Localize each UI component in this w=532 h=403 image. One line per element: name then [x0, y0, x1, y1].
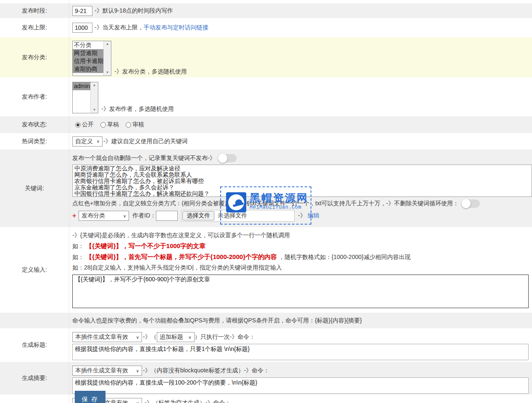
row-define-input: 定义输入: -》{关键词}是必须的，生成内容字数也在这里定义，可以设置多个一行一… — [0, 227, 532, 313]
edit-link[interactable]: 编辑 — [308, 212, 319, 220]
publish-category-desc: -》发布分类，多选随机使用 — [114, 67, 187, 76]
chevron-down-icon: ∨ — [136, 401, 139, 403]
scroll-down-icon[interactable]: ▼ — [93, 107, 96, 113]
auto-delete-toggle-label: 发布一个就会自动删除一个，记录重复关键词不发布-》 — [72, 154, 216, 162]
row-keywords: 关键词: 发布一个就会自动删除一个，记录重复关键词不发布-》 中原消费逾期了怎么… — [0, 149, 532, 227]
define-hint-3: 如： 【{关键词}】，首先写一个标题，并写不少于{1000-2000}个字的内容… — [72, 251, 532, 262]
keywords-hint-text: 点红色+增加分类，自定义独立分类方式：(相同分类会被覆盖)，上传txt关键词文件… — [72, 200, 459, 207]
row-hotword-type: 热词类型: 自定义 ∨ -》建议自定义使用自己的关键词 — [0, 133, 532, 149]
keywords-label: 关键词: — [0, 149, 69, 227]
status-radio-draft[interactable]: 草稿 — [100, 121, 119, 128]
row-publish-time: 发布时段: -》默认9-18点的时间段内写作 — [0, 3, 532, 18]
gen-summary-mode-select[interactable]: 本插件生成文章有效 ∨ — [72, 366, 142, 376]
keyword-category-select[interactable]: 发布分类 ∨ — [79, 211, 129, 221]
category-option[interactable]: 网贷逾期 — [73, 49, 103, 57]
chevron-down-icon: ∨ — [136, 369, 139, 373]
chevron-down-icon: ∨ — [97, 139, 100, 144]
define-hint-4: 如：28|自定义输入，支持输入开头指定分类ID|，指定分类的关键词使用指定输入 — [72, 262, 532, 273]
author-listbox[interactable]: admin ▲ ▼ — [72, 82, 98, 113]
publish-category-label: 发布分类: — [0, 37, 69, 77]
category-option[interactable]: 不分类 — [73, 41, 103, 49]
row-publish-status: 发布状态: 公开 草稿 审核 — [0, 116, 532, 133]
row-gen-title: 生成标题: 本插件生成文章有效 ∨ -》 （ 追加标题 ∨ ） 只执行一次-》命… — [0, 328, 532, 362]
gen-title-command-textarea[interactable]: 根据我提供给你的内容，直接生成1个标题，只要1个标题 \n\n{标题} — [72, 344, 529, 360]
row-publish-author: 发布作者: admin ▲ ▼ -》发布作者，多选随机使用 — [0, 77, 532, 116]
gen-title-label: 生成标题: — [0, 328, 69, 362]
author-id-label: 作者ID： — [132, 212, 156, 220]
radio-icon — [75, 122, 81, 128]
gen-summary-command-textarea[interactable]: 根据我提供给你的内容，直接生成一段100-200个字的摘要，\n\n{标题} — [72, 377, 529, 394]
auto-delete-toggle[interactable] — [218, 154, 237, 162]
define-input-textarea[interactable]: 【{关键词}】，并写不少于{600-900}个字的原创文章 — [72, 275, 529, 308]
define-input-label: 定义输入: — [0, 227, 69, 313]
row-top-strip — [0, 0, 532, 3]
file-status-text: 未选择文件 — [218, 212, 247, 220]
define-example-red: 【{关键词}】，首先写一个标题，并写不少于{1000-2000}个字的内容 — [86, 253, 277, 260]
gen-summary-label: 生成摘要: — [0, 362, 69, 395]
category-scrollbar[interactable]: ▲ ▼ — [103, 41, 111, 76]
gen-title-mode-select[interactable]: 本插件生成文章有效 ∨ — [72, 332, 142, 342]
publish-time-desc: -》默认9-18点的时间段内写作 — [95, 7, 173, 15]
publish-limit-desc: -》当天发布上限， — [95, 24, 144, 31]
category-option[interactable]: 信用卡逾期 — [73, 57, 103, 65]
hotword-type-select[interactable]: 自定义 ∨ — [72, 136, 103, 147]
define-example-red: 【{关键词}】，写一个不少于1000字的文章 — [86, 242, 205, 249]
choose-file-button[interactable]: 选择文件 — [182, 211, 214, 220]
gen-last-desc: -》（标签为空才生成）-》命令： — [145, 399, 231, 403]
publish-time-label: 发布时段: — [0, 3, 69, 18]
hotword-type-label: 热词类型: — [0, 133, 69, 149]
category-option[interactable]: 逾期协商 — [73, 65, 103, 73]
radio-icon — [126, 122, 131, 128]
publish-limit-input[interactable] — [72, 23, 92, 33]
scroll-up-icon[interactable]: ▲ — [93, 82, 96, 88]
plugin-settings-page: 发布时段: -》默认9-18点的时间段内写作 发布上限: -》当天发布上限， 手… — [0, 0, 532, 403]
manual-publish-link[interactable]: 手动发布与定时访问链接 — [144, 24, 208, 31]
scroll-down-icon[interactable]: ▼ — [106, 70, 109, 76]
file-input-group[interactable]: 选择文件 未选择文件 — [181, 210, 295, 222]
define-hint-1: -》{关键词}是必须的，生成内容字数也在这里定义，可以设置多个一行一个随机调用 — [72, 230, 532, 241]
gen-title-append-select[interactable]: 追加标题 ∨ — [157, 332, 195, 342]
author-scrollbar[interactable]: ▲ ▼ — [90, 82, 98, 113]
keep-keywords-toggle[interactable] — [461, 199, 480, 208]
keywords-textarea[interactable]: 中原消费逾期了怎么办，应对及解决途径 网商贷逾期了怎么办，几天会联系紧急联系人 … — [72, 165, 532, 197]
row-publish-category: 发布分类: 不分类 网贷逾期 信用卡逾期 逾期协商 ▲ ▼ -》发布分类，多选随… — [0, 37, 532, 77]
author-id-input[interactable] — [156, 211, 178, 221]
row-publish-limit: 发布上限: -》当天发布上限， 手动发布与定时访问链接 — [0, 18, 532, 37]
gen-summary-desc: -》（内容没有blockquote标签才生成）-》命令： — [143, 367, 269, 374]
scroll-up-icon[interactable]: ▲ — [106, 41, 109, 47]
category-listbox[interactable]: 不分类 网贷逾期 信用卡逾期 逾期协商 ▲ ▼ — [72, 41, 111, 76]
edit-arrow-text: -》 — [298, 212, 306, 220]
save-button[interactable]: 保 存 — [75, 391, 105, 403]
publish-author-label: 发布作者: — [0, 77, 69, 116]
qps-note-text: 命令输入也是按字收费的，每个功能都会叠加QPS与费用，请根据QPS条件开启，命令… — [72, 317, 362, 324]
author-option[interactable]: admin — [73, 82, 90, 90]
chevron-down-icon: ∨ — [123, 214, 126, 218]
publish-status-label: 发布状态: — [0, 116, 69, 133]
row-qps-note: 命令输入也是按字收费的，每个功能都会叠加QPS与费用，请根据QPS条件开启，命令… — [0, 313, 532, 328]
radio-icon — [100, 122, 106, 128]
chevron-down-icon: ∨ — [136, 335, 139, 340]
chevron-down-icon: ∨ — [188, 335, 191, 340]
publish-time-input[interactable] — [72, 6, 92, 16]
status-radio-public[interactable]: 公开 — [75, 121, 94, 128]
row-gen-summary: 生成摘要: 本插件生成文章有效 ∨ -》（内容没有blockquote标签才生成… — [0, 362, 532, 395]
add-category-button[interactable]: + — [72, 212, 76, 220]
hotword-type-desc: -》建议自定义使用自己的关键词 — [103, 138, 188, 145]
gen-title-desc: 只执行一次-》命令： — [200, 333, 255, 341]
status-radio-review[interactable]: 审核 — [126, 121, 144, 128]
publish-author-desc: -》发布作者，多选随机使用 — [101, 104, 174, 113]
define-hint-2: 如： 【{关键词}】，写一个不少于1000字的文章 — [72, 241, 532, 251]
publish-limit-label: 发布上限: — [0, 18, 69, 37]
